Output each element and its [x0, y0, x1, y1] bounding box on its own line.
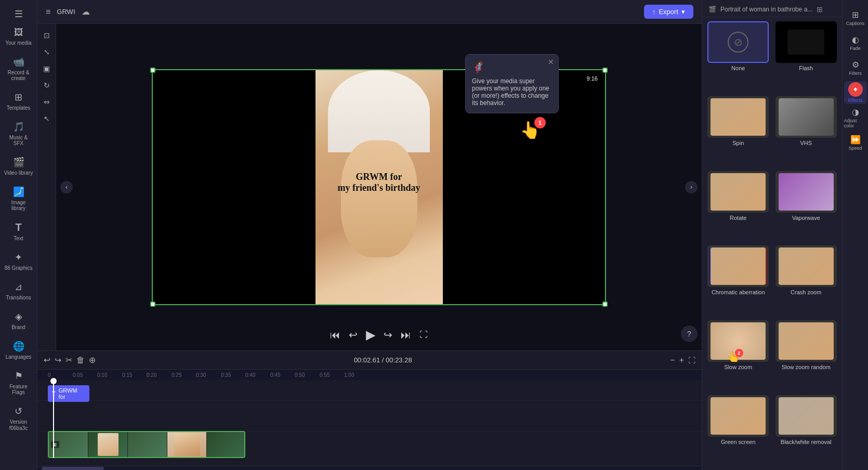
- collapse-right-button[interactable]: ›: [685, 181, 698, 193]
- arrow-tool[interactable]: ↖: [40, 111, 54, 126]
- handle-top-left[interactable]: [150, 68, 155, 73]
- effect-slow-zoom[interactable]: 👆 2 Slow zoom: [706, 320, 770, 391]
- effect-vhs[interactable]: VHS: [774, 96, 838, 167]
- rt-fade-label: Fade: [850, 46, 861, 51]
- sidebar-item-label: Brand: [11, 324, 25, 330]
- effect-green-screen-thumb: [707, 395, 769, 437]
- effect-black-white-removal[interactable]: Black/white removal: [774, 395, 838, 466]
- effect-slow-zoom-random-label: Slow zoom random: [782, 364, 831, 370]
- duplicate-button[interactable]: ⊕: [89, 355, 96, 365]
- redo-button[interactable]: ↪: [55, 355, 61, 365]
- sidebar-item-feature-flags[interactable]: ⚑ Feature Flags: [2, 366, 35, 399]
- tooltip-close-button[interactable]: ✕: [548, 58, 554, 66]
- rotate-tool[interactable]: ↻: [40, 78, 54, 93]
- sidebar-item-templates[interactable]: ⊞ Templates: [2, 87, 35, 115]
- effect-bw-removal-face: [779, 397, 834, 435]
- rewind-button[interactable]: ↩: [349, 329, 358, 341]
- effect-rotate[interactable]: Rotate: [706, 171, 770, 242]
- rt-effects[interactable]: ✦ Effects: [844, 81, 867, 104]
- sidebar-item-version[interactable]: ↺ Versionf06ba3c: [2, 401, 35, 436]
- skip-forward-button[interactable]: ⏭: [401, 329, 411, 341]
- ruler-mark-25: 0:25: [172, 370, 181, 380]
- cloud-icon[interactable]: ☁: [82, 7, 90, 17]
- fast-forward-button[interactable]: ↪: [384, 329, 392, 341]
- sidebar-item-transitions[interactable]: ⊿ Transitions: [2, 277, 35, 305]
- sidebar-item-video-library[interactable]: 🎬 Video library: [2, 152, 35, 180]
- pause-button[interactable]: ⏸: [51, 441, 59, 448]
- sidebar-item-record-create[interactable]: 📹 Record &create: [2, 52, 35, 85]
- rt-color[interactable]: ◑ Adjust color: [844, 106, 867, 129]
- rt-speed[interactable]: ⏩ Speed: [844, 131, 867, 154]
- video-track-clip[interactable]: ⏸: [48, 431, 245, 458]
- sidebar-item-label: Image library: [4, 200, 33, 211]
- right-panel-title: 🎬 Portrait of woman in bathrobe a... ⊞: [708, 5, 836, 14]
- text-track-label: GRWM for: [59, 387, 85, 400]
- hamburger-menu[interactable]: ☰: [15, 8, 23, 20]
- effect-spin[interactable]: Spin: [706, 96, 770, 167]
- sidebar-item-graphics[interactable]: ✦ 88 Graphics: [2, 247, 35, 275]
- timeline-ruler: 0 0:05 0:10 0:15 0:20 0:25 0:30 0:35 0:4…: [37, 370, 702, 380]
- fit-button[interactable]: ⛶: [688, 356, 695, 364]
- help-button[interactable]: ?: [681, 325, 698, 342]
- mirror-tool[interactable]: ⇔: [40, 95, 54, 109]
- effect-vaporwave-thumb: [775, 171, 837, 213]
- sidebar-item-languages[interactable]: 🌐 Languages: [2, 336, 35, 364]
- effect-crash-thumb: [775, 245, 837, 287]
- play-button[interactable]: ▶: [366, 328, 375, 342]
- effect-bw-removal-thumb: [775, 395, 837, 437]
- skip-back-button[interactable]: ⏮: [330, 329, 340, 341]
- your-media-icon: 🖼: [14, 27, 23, 38]
- sidebar-item-text[interactable]: T Text: [2, 217, 35, 245]
- text-track-clip[interactable]: T GRWM for: [48, 385, 89, 402]
- handle-bottom-left[interactable]: [150, 302, 155, 307]
- effects-grid: ⊘ None Flash Spin VHS: [702, 17, 842, 470]
- timeline-area: ↩ ↪ ✂ 🗑 ⊕ 00:02.61 / 00:23.28 − + ⛶ 0: [37, 350, 702, 470]
- rt-captions[interactable]: ⊞ Captions: [844, 6, 867, 29]
- effect-green-screen[interactable]: Green screen: [706, 395, 770, 466]
- fullscreen-button[interactable]: ⛶: [419, 330, 428, 340]
- effect-crash-label: Crash zoom: [791, 289, 821, 295]
- sidebar-item-label: Feature Flags: [4, 384, 33, 395]
- rt-fade[interactable]: ◐ Fade: [844, 31, 867, 54]
- effect-crash-face: [779, 247, 834, 285]
- collapse-left-button[interactable]: ‹: [60, 181, 73, 193]
- effect-flash[interactable]: Flash: [774, 21, 838, 92]
- zoom-out-button[interactable]: −: [670, 356, 675, 365]
- export-button[interactable]: ↑ Export ▾: [644, 5, 693, 19]
- effect-vaporwave[interactable]: Vaporwave: [774, 171, 838, 242]
- rt-filters[interactable]: ⚙ Filters: [844, 56, 867, 79]
- brand-icon: ◈: [15, 311, 22, 322]
- effect-chromatic-aberration[interactable]: Chromatic aberration: [706, 245, 770, 316]
- sidebar-item-image-library[interactable]: 🗾 Image library: [2, 182, 35, 215]
- playhead[interactable]: [53, 380, 54, 458]
- handle-bottom-right[interactable]: [602, 302, 608, 307]
- resize-tool[interactable]: ⤡: [40, 45, 54, 59]
- crop-tool[interactable]: ⊡: [40, 28, 54, 43]
- sidebar-item-music-sfx[interactable]: 🎵 Music & SFX: [2, 117, 35, 150]
- undo-button[interactable]: ↩: [44, 355, 50, 365]
- sidebar-item-label: Text: [14, 236, 23, 241]
- aspect-ratio-badge: 9:16: [584, 74, 601, 83]
- timeline-scrollbar[interactable]: [37, 466, 702, 470]
- project-title[interactable]: GRWI: [57, 8, 75, 16]
- effect-vhs-thumb: [775, 96, 837, 138]
- monitor-tool[interactable]: ▣: [40, 61, 54, 76]
- zoom-in-button[interactable]: +: [679, 356, 684, 365]
- delete-button[interactable]: 🗑: [76, 356, 85, 365]
- cut-button[interactable]: ✂: [65, 355, 72, 365]
- transform-toolbar: ⊡ ⤡ ▣ ↻ ⇔ ↖: [37, 24, 56, 350]
- effect-slow-zoom-random[interactable]: Slow zoom random: [774, 320, 838, 391]
- sidebar-item-your-media[interactable]: 🖼 Your media: [2, 23, 35, 50]
- timeline-track-area[interactable]: 0 0:05 0:10 0:15 0:20 0:25 0:30 0:35 0:4…: [37, 370, 702, 466]
- sidebar-item-brand[interactable]: ◈ Brand: [2, 307, 35, 334]
- effect-crash-zoom[interactable]: Crash zoom: [774, 245, 838, 316]
- effect-rotate-thumb: [707, 171, 769, 213]
- effect-slow-zoom-thumb: 👆 2: [707, 320, 769, 362]
- ruler-mark-30: 0:30: [196, 370, 206, 380]
- effect-spin-label: Spin: [732, 140, 744, 146]
- effect-none[interactable]: ⊘ None: [706, 21, 770, 92]
- handle-top-right[interactable]: [602, 68, 608, 73]
- tooltip-emoji: 🦸: [472, 61, 552, 73]
- menu-icon[interactable]: ≡: [46, 7, 50, 17]
- no-effect-icon: ⊘: [728, 32, 748, 53]
